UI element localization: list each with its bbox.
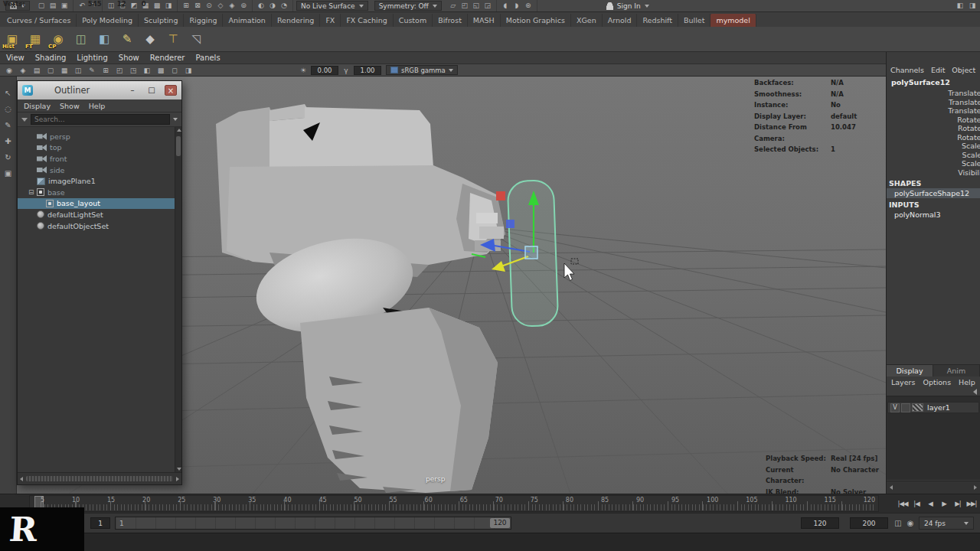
outliner-hscrollbar[interactable] — [18, 472, 181, 484]
channel-box-hscrollbar[interactable] — [887, 481, 980, 494]
tab-display[interactable]: Display — [887, 365, 933, 377]
fps-dropdown[interactable]: 24 fps — [919, 517, 974, 530]
snap-curve-icon[interactable]: ⊠ — [192, 1, 203, 11]
gamma-field[interactable]: 1.00 — [354, 66, 381, 75]
shelf-tab[interactable]: Sculpting — [139, 14, 184, 27]
scroll-thumb[interactable] — [26, 476, 173, 481]
delete-history-shelf-icon[interactable]: ▣ Hist — [2, 28, 23, 50]
exposure-field[interactable]: 0.00 — [311, 66, 338, 75]
render-settings-icon[interactable]: ⊛ — [523, 1, 534, 11]
channel-row[interactable]: Scale Z — [887, 159, 980, 168]
panel-menu-item[interactable]: Lighting — [77, 54, 107, 62]
ipr-render-icon[interactable]: ◗ — [511, 1, 522, 11]
colorspace-dropdown[interactable]: sRGB gamma — [386, 65, 458, 75]
channel-row[interactable]: Rotate Z — [887, 133, 980, 142]
node-name[interactable]: polySurface12 — [887, 74, 980, 88]
shelf-tab[interactable]: Bifrost — [433, 14, 468, 27]
outliner-item[interactable]: top — [18, 142, 175, 154]
sign-in-button[interactable]: Sign In — [606, 2, 649, 10]
output-connections-icon[interactable]: ◑ — [267, 1, 278, 11]
camera-attributes-icon[interactable]: ▤ — [31, 67, 43, 74]
layer-display-type-toggle[interactable] — [901, 403, 910, 412]
scroll-right-icon[interactable] — [974, 485, 977, 490]
rigging-mask-icon[interactable]: ◨ — [163, 1, 174, 11]
film-gate-icon[interactable]: ◰ — [113, 67, 126, 74]
2d-pan-zoom-icon[interactable]: ◫ — [72, 67, 84, 74]
grid-toggle-icon[interactable]: ⊞ — [100, 67, 112, 74]
layer-menu-item[interactable]: Help — [959, 378, 975, 386]
measure-shelf-icon[interactable]: ◹ — [185, 28, 207, 50]
layer-menu-item[interactable]: Options — [923, 378, 951, 386]
lock-camera-icon[interactable]: ◈ — [17, 67, 29, 74]
animation-end-field[interactable]: 200 — [850, 517, 888, 529]
outliner-item[interactable]: side — [18, 165, 175, 176]
shelf-tab[interactable]: Poly Modeling — [77, 14, 139, 27]
shelf-tab[interactable]: Redshift — [637, 14, 678, 27]
range-slider-bar[interactable]: 1 120 — [115, 517, 511, 530]
collapse-arrow-icon[interactable] — [973, 389, 977, 395]
shelf-tab[interactable]: Arnold — [603, 14, 638, 27]
snap-view-plane-icon[interactable]: ◈ — [227, 1, 237, 11]
shelf-tab[interactable]: MASH — [468, 14, 501, 27]
shelf-tab[interactable]: Rendering — [272, 14, 321, 27]
play-backwards-button[interactable]: ◀ — [925, 497, 936, 510]
playback-start-field[interactable]: 1 — [90, 517, 110, 529]
modeling-toolkit-icon[interactable]: ▱ — [448, 1, 459, 11]
channel-box-menu-item[interactable]: Channels — [890, 66, 924, 74]
expand-toggle[interactable]: ⊟ — [28, 188, 37, 196]
panel-menu-item[interactable]: Shading — [35, 54, 67, 62]
scroll-thumb[interactable] — [176, 136, 181, 156]
scroll-left-icon[interactable] — [890, 485, 893, 490]
go-to-start-button[interactable]: |◀◀ — [897, 497, 908, 510]
shelf-tab[interactable]: Bullet — [678, 14, 710, 27]
soft-select-icon[interactable]: ◰ — [459, 1, 470, 11]
resolution-gate-icon[interactable]: ◳ — [127, 67, 139, 74]
layer-row[interactable]: V layer1 — [887, 402, 979, 413]
outliner-item[interactable]: persp — [18, 131, 175, 142]
channel-row[interactable]: Translate Y — [887, 98, 980, 107]
bookmark-icon[interactable]: ▢ — [44, 67, 57, 74]
exposure-icon[interactable]: ☀ — [297, 67, 309, 74]
move-tool-icon[interactable]: ✚ — [2, 135, 15, 147]
image-plane-icon[interactable]: ▦ — [58, 67, 70, 74]
layer-visibility-toggle[interactable]: V — [890, 403, 900, 412]
live-surface-dropdown[interactable]: No Live Surface — [296, 1, 368, 11]
gamma-icon[interactable]: γ — [340, 67, 352, 74]
hammer-shelf-icon[interactable]: ⊤ — [162, 28, 184, 50]
layer-menu-item[interactable]: Layers — [891, 378, 915, 386]
step-back-frame-button[interactable]: |◀ — [911, 497, 922, 510]
mirror-shelf-icon[interactable]: ◧ — [93, 28, 115, 50]
outliner-menu-item[interactable]: Help — [89, 102, 106, 110]
outliner-item[interactable]: ⊟ base — [18, 187, 175, 198]
search-input[interactable] — [31, 114, 170, 125]
center-pivot-shelf-icon[interactable]: ◉ CP — [47, 28, 69, 50]
shelf-tab[interactable]: Curves / Surfaces — [2, 14, 77, 27]
channel-row[interactable]: Rotate Y — [887, 124, 980, 133]
channel-box-menu-item[interactable]: Object — [952, 66, 975, 74]
outliner-vscrollbar[interactable] — [175, 127, 181, 472]
shape-node-name[interactable]: polySurfaceShape12 — [887, 188, 980, 198]
channel-row[interactable]: Translate X — [887, 89, 980, 98]
snap-point-icon[interactable]: ⊙ — [204, 1, 214, 11]
filter-dropdown-icon[interactable] — [173, 118, 178, 121]
panel-menu-item[interactable]: Renderer — [150, 54, 185, 62]
lasso-tool-icon[interactable]: ◌ — [2, 103, 15, 115]
layer-name[interactable]: layer1 — [925, 403, 950, 412]
minimize-button[interactable]: – — [126, 85, 139, 96]
scroll-down-icon[interactable] — [177, 468, 181, 471]
layer-color-swatch[interactable] — [912, 403, 923, 412]
paint-select-tool-icon[interactable]: ✎ — [2, 119, 15, 131]
shelf-tab[interactable]: FX — [320, 14, 341, 27]
range-end-handle[interactable]: 120 — [490, 518, 510, 528]
multi-cut-shelf-icon[interactable]: ◆ — [139, 28, 161, 50]
outliner-item[interactable]: base_layout — [18, 198, 175, 210]
rotate-tool-icon[interactable]: ↻ — [2, 152, 15, 163]
duplicate-shelf-icon[interactable]: ◫ — [70, 28, 92, 50]
command-line-strip[interactable] — [0, 533, 980, 551]
make-live-icon[interactable]: ⊚ — [238, 1, 249, 11]
maximize-button[interactable]: □ — [145, 85, 158, 96]
outliner-item[interactable]: defaultLightSet — [18, 209, 175, 220]
outliner-item[interactable]: imagePlane1 — [18, 175, 175, 187]
construction-history-icon[interactable]: ◔ — [279, 1, 289, 11]
go-to-end-button[interactable]: ▶▶| — [966, 497, 977, 510]
